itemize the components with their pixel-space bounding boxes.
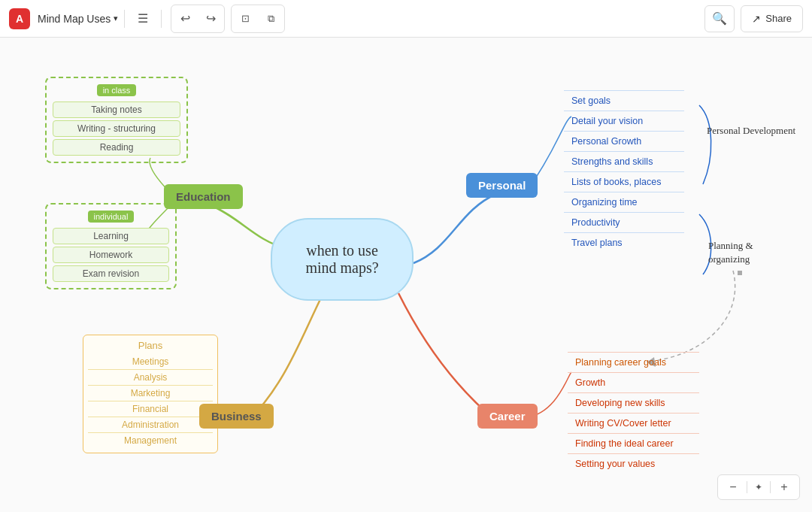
copy-frame-button[interactable]: ⧉ <box>259 7 283 31</box>
career-node[interactable]: Career <box>477 404 538 429</box>
personal-item-travel[interactable]: Travel plans <box>564 233 684 253</box>
biz-item-management[interactable]: Management <box>88 433 213 448</box>
edu-item-writing[interactable]: Writing - structuring <box>53 120 180 137</box>
divider-1 <box>124 10 125 28</box>
fit-icon: ✦ <box>755 482 762 492</box>
zoom-divider-2 <box>770 481 771 493</box>
zoom-fit-button[interactable]: ✦ <box>752 482 765 492</box>
individual-items: individual Learning Homework Exam revisi… <box>53 211 169 282</box>
personal-list: Set goals Detail your vision Personal Gr… <box>564 90 684 253</box>
inclass-tag: in class <box>97 84 137 96</box>
title-dropdown-icon[interactable]: ▾ <box>114 14 118 23</box>
biz-item-financial[interactable]: Financial <box>88 401 213 417</box>
toolbar-right: 🔍 ↗ Share <box>704 5 803 32</box>
edu-item-taking-notes[interactable]: Taking notes <box>53 101 180 118</box>
planning-annotation: Planning &organizing <box>708 239 753 266</box>
business-node[interactable]: Business <box>199 404 274 429</box>
divider-2 <box>161 10 162 28</box>
career-item-ideal[interactable]: Finding the ideal career <box>568 434 699 454</box>
history-group: ↩ ↪ <box>171 5 225 33</box>
business-plans-box: Plans Meetings Analysis Marketing Financ… <box>83 335 218 453</box>
personal-item-setgoals[interactable]: Set goals <box>564 90 684 111</box>
personal-item-detail[interactable]: Detail your vision <box>564 111 684 132</box>
personal-item-books[interactable]: Lists of books, places <box>564 172 684 192</box>
frame-group: ⊡ ⧉ <box>231 5 285 33</box>
zoom-in-button[interactable]: + <box>775 478 793 496</box>
toolbar: A Mind Map Uses ▾ ☰ ↩ ↪ ⊡ ⧉ 🔍 ↗ Share <box>0 0 812 38</box>
personal-item-organizing[interactable]: Organizing time <box>564 192 684 213</box>
edu-item-learning[interactable]: Learning <box>53 228 169 244</box>
personal-node[interactable]: Personal <box>466 173 538 198</box>
biz-item-admin[interactable]: Administration <box>88 417 213 433</box>
personal-item-growth[interactable]: Personal Growth <box>564 132 684 152</box>
undo-button[interactable]: ↩ <box>173 7 197 31</box>
hamburger-button[interactable]: ☰ <box>131 7 155 31</box>
inclass-items: in class Taking notes Writing - structur… <box>53 84 180 156</box>
individual-tag: individual <box>88 211 135 223</box>
career-item-values[interactable]: Setting your values <box>568 454 699 474</box>
app-logo: A <box>9 8 30 29</box>
edu-item-exam[interactable]: Exam revision <box>53 265 169 282</box>
personal-dev-annotation: Personal Development <box>707 124 795 138</box>
redo-button[interactable]: ↪ <box>198 7 223 31</box>
doc-title[interactable]: Mind Map Uses ▾ <box>38 13 118 25</box>
edu-item-homework[interactable]: Homework <box>53 247 169 263</box>
education-node[interactable]: Education <box>164 184 243 209</box>
central-node[interactable]: when to use mind maps? <box>271 218 414 301</box>
career-item-planning[interactable]: Planning career goals <box>568 352 699 373</box>
frame-button[interactable]: ⊡ <box>233 7 257 31</box>
zoom-divider-1 <box>747 481 747 493</box>
career-item-growth[interactable]: Growth <box>568 373 699 393</box>
search-button[interactable]: 🔍 <box>704 5 735 32</box>
education-inclass-box: in class Taking notes Writing - structur… <box>45 77 188 163</box>
zoom-out-button[interactable]: − <box>724 478 742 496</box>
career-list: Planning career goals Growth Developing … <box>568 352 699 474</box>
business-plans-title: Plans <box>88 340 213 351</box>
career-item-cv[interactable]: Writing CV/Cover letter <box>568 414 699 434</box>
personal-item-strengths[interactable]: Strengths and skills <box>564 152 684 172</box>
share-icon: ↗ <box>752 13 761 25</box>
personal-item-productivity[interactable]: Productivity <box>564 213 684 233</box>
share-button[interactable]: ↗ Share <box>741 5 803 32</box>
education-individual-box: individual Learning Homework Exam revisi… <box>45 203 177 289</box>
mind-map-canvas: in class Taking notes Writing - structur… <box>0 38 812 512</box>
biz-item-analysis[interactable]: Analysis <box>88 370 213 386</box>
career-item-skills[interactable]: Developing new skills <box>568 393 699 414</box>
biz-item-meetings[interactable]: Meetings <box>88 354 213 370</box>
annotation-bullet <box>738 271 742 275</box>
biz-item-marketing[interactable]: Marketing <box>88 386 213 401</box>
zoom-controls: − ✦ + <box>717 474 800 500</box>
edu-item-reading[interactable]: Reading <box>53 139 180 156</box>
